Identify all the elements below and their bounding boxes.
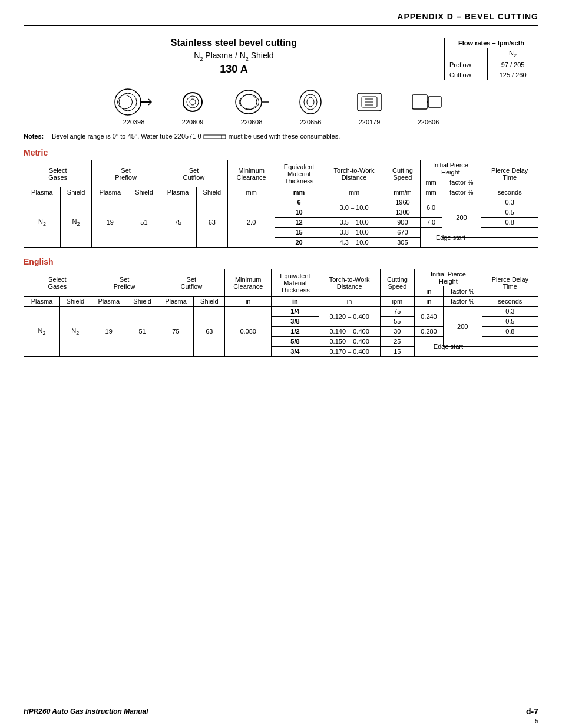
consumable-id-220179: 220179 [359, 118, 381, 126]
metric-pierce-delay-header: Pierce DelayTime [481, 160, 538, 187]
english-delay-38: 0.5 [482, 317, 538, 327]
metric-gas-shield: N2 [60, 197, 92, 248]
consumable-id-220608: 220608 [241, 118, 263, 126]
english-cutting-speed-header: CuttingSpeed [380, 269, 415, 297]
flow-rates-title: Flow rates – lpm/scfh [445, 38, 538, 48]
consumable-icon-220179 [349, 86, 390, 118]
metric-speed-15: 670 [385, 228, 420, 238]
main-title: Stainless steel bevel cutting [24, 38, 444, 48]
metric-cutflow-plasma-val: 75 [160, 197, 196, 248]
metric-thickness-15: 15 [275, 228, 323, 238]
metric-thickness-10: 10 [275, 207, 323, 218]
water-tube-icon [203, 133, 227, 141]
metric-delay-20 [481, 238, 538, 248]
cutflow-value: 125 / 260 [488, 70, 538, 80]
consumables-row: 220398 220609 220608 220656 [24, 86, 538, 126]
english-cutflow-plasma-val: 75 [158, 307, 194, 357]
consumable-icon-220609 [172, 86, 213, 118]
english-preflow-plasma-val: 19 [91, 307, 127, 357]
consumable-icon-220606 [408, 86, 449, 118]
english-preflow-plasma-label: Plasma [91, 297, 127, 307]
metric-pierce-mm-6: 6.0 [420, 197, 442, 218]
english-pierce-in-header: in [415, 286, 444, 297]
metric-speed-20: 305 [385, 238, 420, 248]
english-unit-ipm: ipm [380, 297, 415, 307]
metric-section-title: Metric [24, 148, 538, 157]
consumable-id-220609: 220609 [182, 118, 204, 126]
english-cutflow-shield-val: 63 [194, 307, 225, 357]
metric-speed-10: 1300 [385, 207, 420, 218]
consumable-220606: 220606 [408, 86, 449, 126]
page-header: APPENDIX D – BEVEL CUTTING [24, 12, 538, 26]
metric-torch-work-header: Torch-to-WorkDistance [323, 160, 385, 187]
metric-torch-work-6: 3.0 – 10.0 [323, 197, 385, 218]
gas-subtitle: N2 Plasma / N2 Shield [24, 51, 444, 62]
page-number: 5 [535, 718, 538, 724]
english-set-cutflow-header: SetCutflow [158, 269, 225, 297]
english-pierce-delay-header: Pierce DelayTime [482, 269, 538, 297]
svg-rect-20 [204, 135, 222, 139]
metric-plasma-label: Plasma [24, 187, 61, 197]
english-edge-start-58: Edge start [415, 337, 482, 357]
english-speed-14: 75 [380, 307, 415, 317]
english-pierce-in-14: 0.240 [415, 307, 444, 327]
consumable-icon-220656 [290, 86, 331, 118]
english-row-14: N2 N2 19 51 75 63 0.080 1/4 0.120 – 0.40… [24, 307, 538, 317]
english-preflow-shield-label: Shield [127, 297, 158, 307]
ampere-title: 130 A [24, 63, 444, 75]
svg-point-4 [187, 96, 199, 108]
svg-point-3 [183, 93, 202, 111]
english-thickness-12: 1/2 [272, 327, 319, 337]
english-torch-work-58: 0.150 – 0.400 [319, 337, 380, 347]
english-pierce-factor-header: factor % [443, 286, 482, 297]
english-preflow-shield-val: 51 [127, 307, 158, 357]
svg-point-10 [304, 94, 317, 110]
english-unit-factor: factor % [443, 297, 482, 307]
metric-min-clearance-val: 2.0 [228, 197, 275, 248]
english-delay-34 [482, 347, 538, 357]
english-min-clearance-val: 0.080 [225, 307, 272, 357]
english-cutflow-plasma-label: Plasma [158, 297, 194, 307]
english-unit-in2: in [319, 297, 380, 307]
metric-row-6mm: N2 N2 19 51 75 63 2.0 6 3.0 – 10.0 1960 … [24, 197, 538, 207]
consumable-id-220398: 220398 [123, 118, 145, 126]
metric-set-cutflow-header: SetCutflow [160, 160, 227, 187]
metric-unit-seconds: seconds [481, 187, 538, 197]
english-speed-38: 55 [380, 317, 415, 327]
consumable-id-220656: 220656 [300, 118, 322, 126]
metric-pierce-factor-header: factor % [442, 177, 481, 187]
svg-rect-17 [412, 95, 427, 109]
english-equiv-material-header: EquivalentMaterialThickness [272, 269, 319, 297]
english-speed-58: 25 [380, 337, 415, 347]
english-set-preflow-header: SetPreflow [91, 269, 158, 297]
consumable-220608: 220608 [231, 86, 272, 126]
english-shield-label: Shield [59, 297, 91, 307]
cutflow-label: Cutflow [445, 70, 488, 80]
english-speed-34: 15 [380, 347, 415, 357]
metric-thickness-12: 12 [275, 218, 323, 228]
english-thickness-14: 1/4 [272, 307, 319, 317]
notes-label: Notes: [24, 133, 47, 141]
metric-shield-label: Shield [60, 187, 92, 197]
svg-point-6 [236, 90, 262, 114]
english-init-pierce-header: Initial PierceHeight [415, 269, 482, 286]
english-cutflow-shield-label: Shield [194, 297, 225, 307]
page-footer: HPR260 Auto Gas Instruction Manual d-7 [24, 703, 538, 716]
metric-unit-mmm: mm/m [385, 187, 420, 197]
svg-point-5 [190, 99, 196, 105]
metric-thickness-6: 6 [275, 197, 323, 207]
english-delay-14: 0.3 [482, 307, 538, 317]
preflow-value: 97 / 205 [488, 60, 538, 70]
english-unit-seconds: seconds [482, 297, 538, 307]
metric-table: SelectGases SetPreflow SetCutflow Minimu… [24, 160, 538, 248]
english-torch-work-14: 0.120 – 0.400 [319, 307, 380, 327]
metric-select-gases-header: SelectGases [24, 160, 92, 187]
metric-delay-10: 0.5 [481, 207, 538, 218]
english-section-title: English [24, 257, 538, 266]
footer-page: d-7 [526, 707, 538, 716]
title-flow-row: Stainless steel bevel cutting N2 Plasma … [24, 38, 538, 80]
metric-unit-factor: factor % [442, 187, 481, 197]
english-speed-12: 30 [380, 327, 415, 337]
metric-pierce-mm-header: mm [420, 177, 442, 187]
metric-thickness-20: 20 [275, 238, 323, 248]
